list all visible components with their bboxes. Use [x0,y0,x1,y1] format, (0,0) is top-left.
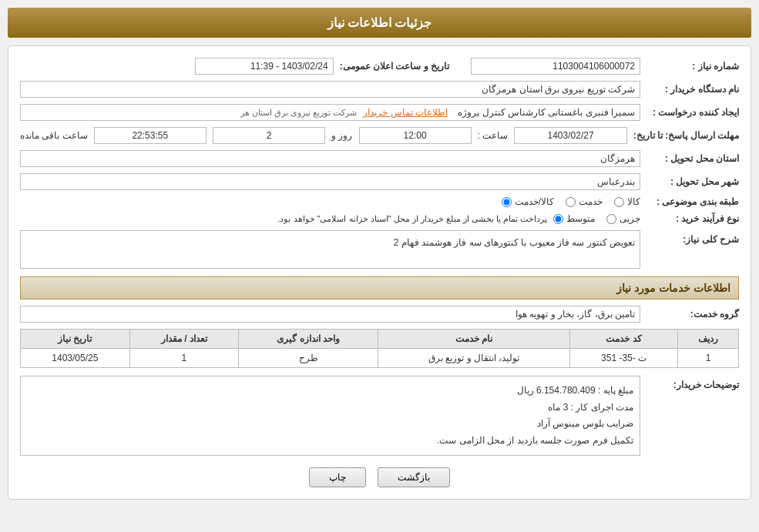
main-card: شماره نیاز : 1103004106000072 تاریخ و سا… [8,45,751,500]
process-row: نوع فرآیند خرید : جزیی متوسط پرداخت تمام… [20,213,739,224]
process-mota[interactable]: متوسط [553,213,595,224]
description-value: تعویض کنتور سه فاز معیوب با کنتورهای سه … [20,230,640,269]
category-option-khedmat[interactable]: خدمت [566,196,603,207]
col-header-unit: واحد اندازه گیری [239,330,378,349]
reference-number-row: شماره نیاز : 1103004106000072 تاریخ و سا… [20,58,739,75]
button-row: بازگشت چاپ [20,467,739,487]
buyer-org-label: نام دستگاه خریدار : [646,84,739,95]
creator-name: سمیرا فنبری باغستانی کارشناس کنترل پروژه [458,107,635,118]
col-header-code: کد خدمت [570,330,678,349]
announcement-label: تاریخ و ساعت اعلان عمومی: [340,61,449,72]
service-table: ردیف کد خدمت نام خدمت واحد اندازه گیری ت… [20,329,739,368]
category-kala-label: کالا [627,196,640,207]
service-section-header: اطلاعات خدمات مورد نیاز [20,276,739,299]
category-kala-khedmat-label: کالا/خدمت [515,196,554,207]
note-line-1: مبلغ پایه : 6.154.780.409 ریال [27,383,633,400]
cell-quantity: 1 [129,349,239,368]
province-value: هرمزگان [20,150,640,167]
buyer-notes-label: توضیحات خریدار: [646,376,739,390]
process-label: نوع فرآیند خرید : [646,213,739,224]
deadline-date: 1403/02/27 [514,127,626,144]
note-line-2: مدت اجرای کار : 3 ماه [27,400,633,417]
remaining-label: ساعت باقی مانده [20,130,88,141]
city-label: شهر محل تحویل : [646,176,739,187]
buyer-org-row: نام دستگاه خریدار : شرکت توزیع نیروی برق… [20,81,739,98]
cell-date: 1403/05/25 [21,349,130,368]
category-kala-khedmat-radio[interactable] [502,197,512,207]
creator-org: شرکت توزیع نیروی برق استان هر [240,108,357,117]
category-row: طبقه بندی موضوعی : کالا خدمت کالا/خدمت [20,196,739,207]
reference-number-label: شماره نیاز : [646,61,739,72]
category-option-kala[interactable]: کالا [614,196,640,207]
deadline-row: مهلت ارسال پاسخ: تا تاریخ: 1403/02/27 سا… [20,127,739,144]
back-button[interactable]: بازگشت [378,467,450,487]
category-kala-radio[interactable] [614,197,624,207]
process-description: پرداخت تمام یا بخشی از مبلغ خریدار از مح… [20,214,547,224]
day-label: روز و [331,130,352,141]
reference-number-value: 1103004106000072 [471,58,640,75]
table-row: 1 ت -35- 351 تولید، انتقال و توزیع برق ط… [21,349,739,368]
note-line-3: ضرایب بلوس مینوس آزاد [27,416,633,433]
province-row: استان محل تحویل : هرمزگان [20,150,739,167]
creator-row: ایجاد کننده درخواست : سمیرا فنبری باغستا… [20,104,739,121]
creator-contact-link[interactable]: اطلاعات تماس خریدار [363,107,448,118]
deadline-time: 12:00 [359,127,472,144]
city-value: بندرعباس [20,173,640,190]
cell-unit: طرح [239,349,378,368]
process-jozi-radio[interactable] [606,214,616,224]
col-header-quantity: تعداد / مقدار [129,330,239,349]
deadline-label: مهلت ارسال پاسخ: تا تاریخ: [633,130,739,141]
category-option-kala-khedmat[interactable]: کالا/خدمت [502,196,554,207]
announcement-value: 1403/02/24 - 11:39 [195,58,334,75]
print-button[interactable]: چاپ [309,467,366,487]
description-label: شرح کلی نیاز: [646,230,739,245]
service-group-row: گروه خدمت: تامین برق، گاز، بخار و تهویه … [20,306,739,323]
cell-name: تولید، انتقال و توزیع برق [378,349,570,368]
process-mota-label: متوسط [566,213,595,224]
remaining-time: 22:53:55 [94,127,207,144]
header-title: جزئیات اطلاعات نیاز [327,16,432,29]
service-group-value: تامین برق، گاز، بخار و تهویه هوا [20,306,640,323]
col-header-name: نام خدمت [378,330,570,349]
col-header-row-num: ردیف [677,330,738,349]
process-jozi[interactable]: جزیی [606,213,640,224]
table-header-row: ردیف کد خدمت نام خدمت واحد اندازه گیری ت… [21,330,739,349]
buyer-org-value: شرکت توزیع نیروی برق استان هرمزگان [20,81,640,98]
creator-value: سمیرا فنبری باغستانی کارشناس کنترل پروژه… [20,104,640,121]
province-label: استان محل تحویل : [646,153,739,164]
cell-row-num: 1 [677,349,738,368]
page-header: جزئیات اطلاعات نیاز [8,8,751,38]
col-header-date: تاریخ نیاز [21,330,130,349]
cell-code: ت -35- 351 [570,349,678,368]
buyer-notes-content: مبلغ پایه : 6.154.780.409 ریال مدت اجرای… [20,376,640,456]
buyer-notes-row: توضیحات خریدار: مبلغ پایه : 6.154.780.40… [20,376,739,456]
day-count: 2 [213,127,325,144]
note-line-4: تکمیل فرم صورت جلسه بازدید از محل الزامی… [27,433,633,450]
process-mota-radio[interactable] [553,214,563,224]
category-khedmat-label: خدمت [579,196,603,207]
creator-label: ایجاد کننده درخواست : [646,107,739,118]
process-radio-group: جزیی متوسط [553,213,640,224]
category-label: طبقه بندی موضوعی : [646,196,739,207]
time-label: ساعت : [478,130,509,141]
process-jozi-label: جزیی [620,213,640,224]
city-row: شهر محل تحویل : بندرعباس [20,173,739,190]
description-row: شرح کلی نیاز: تعویض کنتور سه فاز معیوب ب… [20,230,739,269]
service-group-label: گروه خدمت: [646,309,739,320]
category-radio-group: کالا خدمت کالا/خدمت [502,196,640,207]
category-khedmat-radio[interactable] [566,197,576,207]
